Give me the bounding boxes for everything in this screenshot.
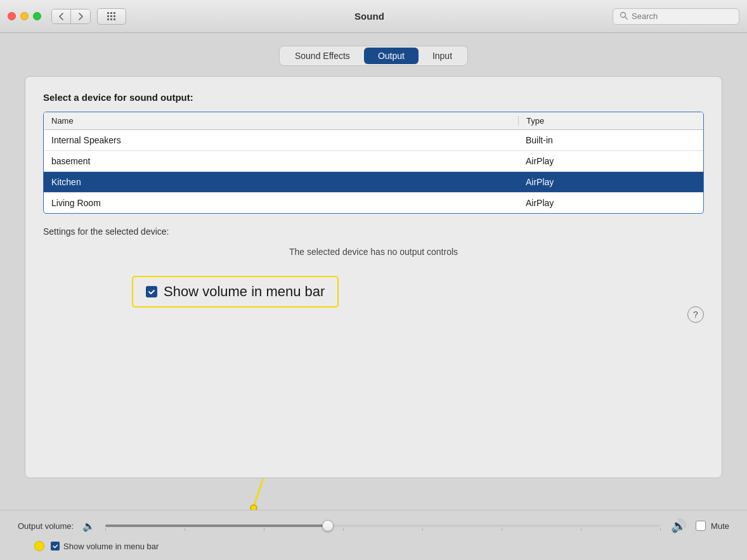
bottom-bar: Output volume: 🔈 🔊 Mute (0, 510, 747, 541)
grid-view-button[interactable] (97, 8, 126, 25)
tab-input[interactable]: Input (419, 48, 466, 64)
mute-label: Mute (711, 521, 729, 531)
row-name: Internal Speakers (51, 135, 518, 145)
row-name: Kitchen (51, 177, 518, 187)
no-controls-text: The selected device has no output contro… (43, 247, 704, 257)
volume-low-icon: 🔈 (82, 520, 95, 532)
row-type: Built-in (518, 135, 696, 145)
yellow-dot-indicator (34, 541, 44, 551)
table-row[interactable]: basement AirPlay (44, 151, 703, 172)
small-checkbox-icon (51, 542, 60, 550)
bottom-annotation: Show volume in menu bar (0, 541, 747, 560)
row-type: AirPlay (518, 156, 696, 166)
close-button[interactable] (8, 12, 16, 20)
svg-line-2 (254, 478, 263, 507)
svg-point-0 (621, 12, 626, 17)
help-button[interactable]: ? (687, 306, 704, 323)
search-icon (620, 11, 628, 22)
row-type: AirPlay (518, 198, 696, 208)
table-row-selected[interactable]: Kitchen AirPlay (44, 172, 703, 193)
back-button[interactable] (52, 10, 71, 23)
table-row[interactable]: Internal Speakers Built-in (44, 130, 703, 151)
row-name: basement (51, 156, 518, 166)
row-name: Living Room (51, 198, 518, 208)
maximize-button[interactable] (33, 12, 41, 20)
col-name-header: Name (51, 116, 518, 126)
svg-line-1 (625, 17, 628, 20)
show-volume-label: Show volume in menu bar (164, 283, 325, 300)
volume-high-icon: 🔊 (671, 518, 687, 533)
small-show-volume-label: Show volume in menu bar (63, 542, 159, 551)
titlebar: Sound (0, 0, 747, 33)
volume-checkbox-section: Show volume in menu bar (132, 276, 704, 313)
search-box[interactable] (613, 8, 739, 25)
tabs-container: Sound Effects Output Input (279, 46, 468, 66)
mute-section[interactable]: Mute (696, 521, 729, 531)
section-title: Select a device for sound output: (43, 92, 704, 103)
mute-checkbox[interactable] (696, 521, 706, 531)
show-volume-checkbox-highlighted[interactable]: Show volume in menu bar (132, 276, 339, 308)
minimize-button[interactable] (20, 12, 29, 20)
output-volume-label: Output volume: (18, 521, 74, 531)
grid-icon (107, 12, 116, 21)
settings-panel: Select a device for sound output: Name T… (25, 76, 722, 478)
volume-slider-container: 🔈 🔊 (82, 518, 687, 533)
device-table: Name Type Internal Speakers Built-in bas… (43, 112, 704, 214)
search-input[interactable] (632, 11, 732, 21)
main-content: Sound Effects Output Input Select a devi… (0, 33, 747, 478)
tab-sound-effects[interactable]: Sound Effects (281, 48, 364, 64)
volume-slider[interactable] (100, 519, 666, 532)
traffic-lights (8, 12, 41, 20)
forward-button[interactable] (71, 10, 90, 23)
row-type: AirPlay (518, 177, 696, 187)
annotation-arrow (0, 478, 747, 510)
small-show-volume-checkbox[interactable]: Show volume in menu bar (51, 542, 159, 551)
nav-button-group (51, 9, 91, 24)
checkbox-icon (146, 286, 157, 297)
svg-point-3 (250, 505, 257, 510)
table-row[interactable]: Living Room AirPlay (44, 193, 703, 213)
table-header: Name Type (44, 112, 703, 130)
settings-for-label: Settings for the selected device: (43, 226, 704, 237)
tab-output[interactable]: Output (364, 48, 419, 64)
window-title: Sound (126, 11, 613, 22)
col-type-header: Type (518, 116, 696, 126)
